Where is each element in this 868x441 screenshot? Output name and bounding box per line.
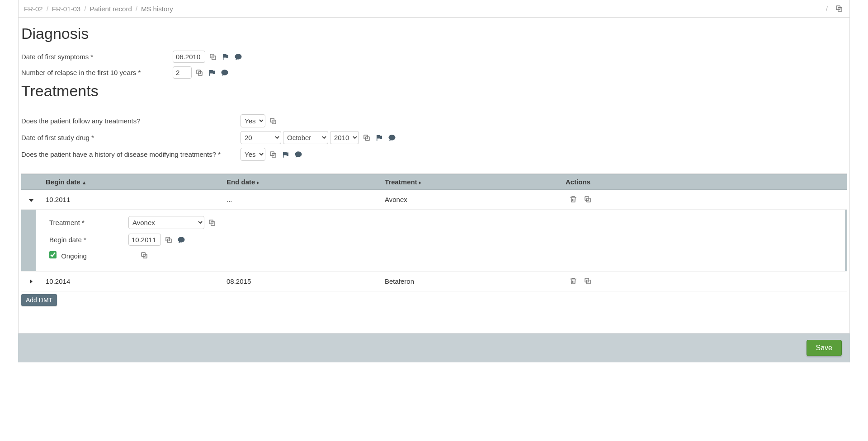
- copy-icon[interactable]: [164, 235, 174, 245]
- detail-treatment-select[interactable]: Avonex: [128, 216, 204, 229]
- copy-icon[interactable]: [268, 150, 278, 160]
- ongoing-checkbox[interactable]: [49, 251, 57, 258]
- copy-icon[interactable]: [583, 276, 593, 286]
- copy-icon[interactable]: [208, 52, 218, 62]
- breadcrumb-separator: /: [136, 5, 137, 13]
- table-row: 10.2011 ... Avonex: [21, 190, 847, 210]
- expand-toggle-icon[interactable]: [29, 199, 33, 202]
- flag-icon[interactable]: [207, 68, 217, 78]
- first-study-drug-label: Date of first study drug *: [21, 134, 241, 141]
- flag-icon[interactable]: [374, 133, 384, 143]
- breadcrumb-separator: /: [47, 5, 48, 13]
- flag-icon[interactable]: [221, 52, 231, 62]
- copy-icon[interactable]: [834, 4, 844, 14]
- comment-icon[interactable]: [220, 68, 230, 78]
- copy-icon[interactable]: [583, 194, 593, 204]
- comment-icon[interactable]: [293, 150, 303, 160]
- follow-any-label: Does the patient follow any treatments?: [21, 117, 241, 125]
- copy-icon[interactable]: [139, 250, 149, 260]
- row-detail: Treatment * Avonex Begin date *: [21, 210, 847, 272]
- footer-bar: Save: [18, 333, 850, 362]
- date-first-symptoms-input[interactable]: [173, 51, 205, 63]
- comment-icon[interactable]: [176, 235, 186, 245]
- breadcrumb-separator: /: [826, 5, 828, 13]
- num-relapse-input[interactable]: [173, 66, 192, 79]
- first-study-drug-month-select[interactable]: October: [283, 131, 328, 144]
- col-header-begin[interactable]: Begin date▲: [41, 174, 222, 189]
- follow-any-select[interactable]: Yes: [241, 114, 265, 127]
- first-study-drug-year-select[interactable]: 2010: [330, 131, 359, 144]
- delete-icon[interactable]: [568, 276, 578, 286]
- delete-icon[interactable]: [568, 194, 578, 204]
- col-header-treatment[interactable]: Treatment♦: [380, 174, 561, 189]
- history-dmt-select[interactable]: Yes: [241, 148, 265, 161]
- num-relapse-label: Number of relapse in the first 10 years …: [21, 69, 173, 76]
- breadcrumb-separator: /: [84, 5, 86, 13]
- breadcrumb-item-3[interactable]: MS history: [141, 5, 173, 13]
- cell-begin: 10.2014: [41, 276, 222, 287]
- sort-icon: ♦: [419, 180, 421, 185]
- history-dmt-label: Does the patient have a history of disea…: [21, 150, 241, 158]
- breadcrumb-item-2[interactable]: Patient record: [90, 5, 132, 13]
- flag-icon[interactable]: [281, 150, 291, 160]
- detail-treatment-label: Treatment *: [49, 219, 128, 226]
- cell-end: ...: [222, 194, 380, 205]
- copy-icon[interactable]: [268, 116, 278, 126]
- cell-begin: 10.2011: [41, 194, 222, 205]
- cell-end: 08.2015: [222, 276, 380, 287]
- section-title-diagnosis: Diagnosis: [21, 25, 847, 42]
- breadcrumb-item-0[interactable]: FR-02: [24, 5, 43, 13]
- ongoing-label: Ongoing: [61, 252, 87, 260]
- cell-treatment: Betaferon: [380, 276, 561, 287]
- sort-icon: ♦: [256, 180, 259, 185]
- date-first-symptoms-label: Date of first symptoms *: [21, 53, 173, 61]
- section-title-treatments: Treatments: [21, 82, 847, 100]
- copy-icon[interactable]: [362, 133, 372, 143]
- cell-treatment: Avonex: [380, 194, 561, 205]
- copy-icon[interactable]: [207, 218, 217, 228]
- add-dmt-button[interactable]: Add DMT: [21, 294, 57, 306]
- sort-asc-icon: ▲: [82, 180, 87, 185]
- table-header: Begin date▲ End date♦ Treatment♦ Actions: [21, 174, 847, 190]
- breadcrumb-item-1[interactable]: FR-01-03: [52, 5, 80, 13]
- save-button[interactable]: Save: [807, 340, 842, 356]
- dmt-table: Begin date▲ End date♦ Treatment♦ Actions…: [21, 174, 847, 291]
- col-header-actions: Actions: [561, 174, 847, 189]
- col-header-end[interactable]: End date♦: [222, 174, 380, 189]
- breadcrumb: FR-02 / FR-01-03 / Patient record / MS h…: [19, 0, 849, 18]
- expand-toggle-icon[interactable]: [30, 279, 33, 284]
- comment-icon[interactable]: [233, 52, 243, 62]
- first-study-drug-day-select[interactable]: 20: [241, 131, 281, 144]
- copy-icon[interactable]: [194, 68, 204, 78]
- detail-begin-input[interactable]: [128, 234, 161, 246]
- detail-begin-label: Begin date *: [49, 236, 128, 244]
- detail-gutter: [21, 210, 36, 271]
- comment-icon[interactable]: [387, 133, 397, 143]
- table-row: 10.2014 08.2015 Betaferon: [21, 272, 847, 291]
